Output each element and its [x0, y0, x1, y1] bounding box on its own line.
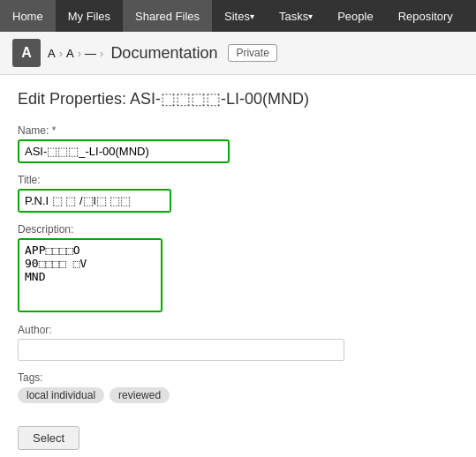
privacy-badge: Private — [228, 44, 276, 62]
breadcrumb-current: Documentation — [110, 44, 217, 63]
site-logo: A — [12, 39, 41, 67]
tags-label: Tags: — [18, 371, 458, 384]
breadcrumb-bar: A A › A › — › Documentation Private — [0, 32, 476, 75]
nav-my-files[interactable]: My Files — [56, 0, 123, 32]
breadcrumb-sep: › — [59, 47, 63, 60]
description-label: Description: — [18, 223, 458, 236]
breadcrumb-part: A — [48, 47, 56, 60]
nav-repository[interactable]: Repository — [386, 0, 465, 32]
name-input[interactable] — [18, 139, 230, 163]
breadcrumb-part: A — [66, 47, 74, 60]
title-input-wrapper — [18, 189, 171, 213]
title-input[interactable] — [19, 191, 170, 211]
nav-people[interactable]: People — [325, 0, 385, 32]
main-content: Edit Properties: ASI-⬚⬚⬚⬚-LI-00(MND) Nam… — [0, 75, 476, 457]
description-input[interactable]: APP⬚⬚⬚⬚O 90⬚⬚⬚⬚ ⬚V MND — [19, 240, 161, 311]
nav-sites[interactable]: Sites — [212, 0, 267, 32]
author-label: Author: — [18, 324, 458, 336]
name-label: Name: * — [18, 124, 458, 137]
description-input-wrapper: APP⬚⬚⬚⬚O 90⬚⬚⬚⬚ ⬚V MND — [18, 238, 162, 312]
nav-tasks[interactable]: Tasks — [267, 0, 325, 32]
breadcrumb-sep: › — [100, 47, 103, 60]
title-label: Title: — [18, 174, 458, 186]
author-group: Author: — [18, 324, 458, 361]
nav-shared-files[interactable]: Shared Files — [123, 0, 212, 32]
breadcrumb-sep: › — [78, 47, 81, 60]
tags-container: local individual reviewed — [18, 387, 458, 403]
tags-group: Tags: local individual reviewed — [18, 371, 458, 403]
tag-pill: reviewed — [110, 387, 170, 403]
description-group: Description: APP⬚⬚⬚⬚O 90⬚⬚⬚⬚ ⬚V MND — [18, 223, 458, 313]
nav-home[interactable]: Home — [0, 0, 56, 32]
title-group: Title: — [18, 174, 458, 213]
top-navigation: Home My Files Shared Files Sites Tasks P… — [0, 0, 476, 32]
tag-pill: local individual — [18, 387, 104, 403]
author-input[interactable] — [18, 339, 344, 361]
select-button[interactable]: Select — [18, 426, 79, 450]
breadcrumb-part: — — [85, 47, 96, 60]
breadcrumb-path: A › A › — › Documentation Private — [48, 44, 277, 63]
page-title: Edit Properties: ASI-⬚⬚⬚⬚-LI-00(MND) — [18, 89, 458, 109]
name-group: Name: * — [18, 124, 458, 163]
